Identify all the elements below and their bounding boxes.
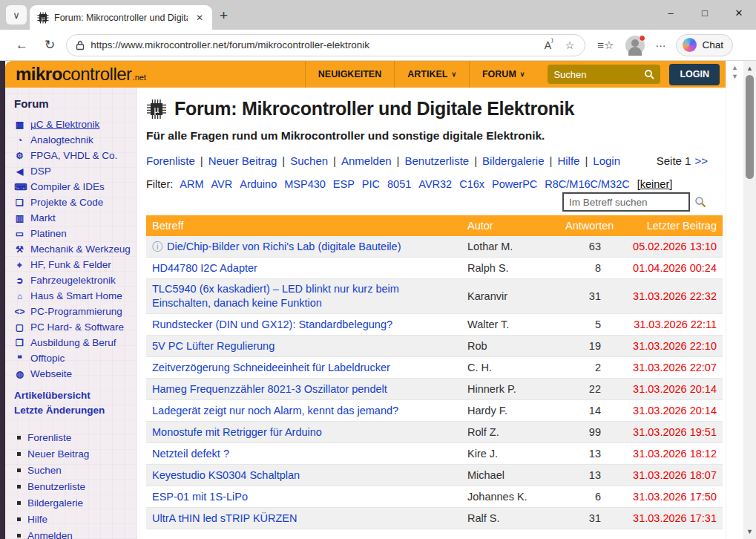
- new-tab-button[interactable]: +: [220, 7, 228, 24]
- topic-link[interactable]: ESP-01 mit 1S-LiPo: [152, 490, 248, 504]
- sidebar-item-link[interactable]: Offtopic: [30, 353, 65, 364]
- scroll-up-icon[interactable]: ▲: [726, 64, 743, 71]
- sidebar-bottom-link[interactable]: Benutzerliste: [27, 481, 85, 492]
- forum-nav-link[interactable]: Neuer Beitrag: [208, 154, 277, 167]
- tab-search-button[interactable]: ∨: [6, 5, 27, 24]
- topic-link[interactable]: Ladegerät zeigt nur noch Alarm, kennt da…: [152, 404, 398, 418]
- topic-link[interactable]: Monostufe mit Retrigger für Arduino: [152, 425, 322, 440]
- forum-nav-link[interactable]: Bildergalerie: [482, 154, 544, 167]
- minimize-icon[interactable]: –: [654, 0, 688, 25]
- site-logo[interactable]: mikro controller .net: [16, 64, 146, 85]
- forum-nav-link[interactable]: Hilfe: [557, 154, 579, 167]
- more-options-icon[interactable]: ···: [652, 39, 668, 51]
- close-icon[interactable]: ✕: [722, 0, 756, 25]
- collections-icon[interactable]: ≡☆: [593, 39, 618, 52]
- topic-link[interactable]: TLC5940 (6x kaskadiert) – LED blinkt nur…: [152, 282, 460, 310]
- scroll-up-icon[interactable]: ▲: [743, 65, 756, 72]
- scroll-down-icon[interactable]: ▼: [743, 528, 756, 535]
- sidebar-article-link[interactable]: Letzte Änderungen: [14, 405, 133, 416]
- sidebar-item-link[interactable]: Projekte & Code: [30, 197, 103, 208]
- copilot-chat-button[interactable]: Chat: [676, 34, 733, 56]
- topic-link[interactable]: Zeitverzögerung Schneideeinheit für Labe…: [152, 361, 390, 375]
- topic-link[interactable]: UltrA tHIN led sTRIP KÜRZEN: [152, 512, 298, 526]
- read-aloud-icon[interactable]: A): [542, 39, 556, 51]
- sidebar-bottom-link[interactable]: Neuer Beitrag: [27, 448, 89, 460]
- topic-search-input[interactable]: [562, 192, 690, 212]
- sidebar-item-icon: ⚙: [14, 151, 25, 161]
- site-nav-item[interactable]: NEUIGKEITEN: [305, 61, 394, 88]
- sidebar-item-link[interactable]: Markt: [30, 212, 56, 223]
- topic-link[interactable]: HD44780 I2C Adapter: [152, 261, 257, 275]
- sidebar-item-link[interactable]: HF, Funk & Felder: [30, 259, 111, 270]
- sidebar-bottom-link[interactable]: Suchen: [27, 465, 62, 476]
- scroll-down-icon[interactable]: ▼: [726, 73, 743, 80]
- sidebar-item-link[interactable]: Mechanik & Werkzeug: [30, 244, 131, 255]
- filter-link[interactable]: ARM: [180, 178, 203, 190]
- sidebar-bottom-link[interactable]: Anmelden: [27, 530, 73, 539]
- filter-link[interactable]: PIC: [362, 178, 380, 190]
- back-icon[interactable]: ←: [7, 38, 36, 53]
- forum-nav-item: Benutzerliste: [404, 154, 482, 167]
- search-icon[interactable]: [694, 196, 706, 208]
- sidebar-item-link[interactable]: Platinen: [30, 228, 67, 239]
- page-viewport: mikro controller .net NEUIGKEITEN ARTIKE…: [0, 61, 756, 539]
- topic-link[interactable]: Netzteil defekt ?: [152, 447, 229, 461]
- maximize-icon[interactable]: □: [688, 0, 722, 25]
- sidebar-item-link[interactable]: µC & Elektronik: [30, 119, 99, 130]
- forum-nav-link[interactable]: Forenliste: [146, 154, 195, 167]
- reload-icon[interactable]: ↻: [36, 37, 63, 53]
- filter-link[interactable]: R8C/M16C/M32C: [545, 178, 629, 190]
- tab-close-icon[interactable]: ✕: [193, 11, 206, 24]
- sidebar-item-link[interactable]: FPGA, VHDL & Co.: [30, 150, 117, 161]
- sidebar-item-icon: ◀: [14, 166, 25, 177]
- scrollbar-thumb[interactable]: [746, 75, 754, 179]
- header-search-input[interactable]: [553, 69, 644, 80]
- sidebar-item-link[interactable]: DSP: [30, 166, 51, 177]
- filter-link[interactable]: 8051: [387, 178, 411, 190]
- sidebar-item: ❝ Offtopic: [14, 353, 133, 364]
- topic-link[interactable]: Rundstecker (DIN und GX12): Standardbele…: [152, 318, 392, 332]
- filter-none-link[interactable]: [keiner]: [637, 178, 673, 190]
- site-nav-item[interactable]: ARTIKEL ∨: [394, 61, 469, 88]
- next-page-link[interactable]: >>: [694, 154, 708, 167]
- address-bar[interactable]: https://www.mikrocontroller.net/forum/mi…: [66, 34, 585, 56]
- topic-link[interactable]: Keyestudio KS0304 Schaltplan: [152, 468, 300, 483]
- profile-avatar[interactable]: [625, 36, 645, 55]
- forum-nav-link[interactable]: Suchen: [290, 154, 328, 167]
- filter-link[interactable]: Arduino: [240, 178, 277, 190]
- forum-nav-link[interactable]: Login: [593, 154, 620, 167]
- page-scrollbar[interactable]: ▲ ▼: [743, 61, 756, 539]
- sidebar-item-link[interactable]: Compiler & IDEs: [30, 181, 105, 192]
- inner-scrollbar[interactable]: ▲ ▼: [726, 61, 743, 539]
- sidebar-bottom-link[interactable]: Hilfe: [27, 514, 47, 525]
- sidebar-item-link[interactable]: Haus & Smart Home: [30, 290, 122, 301]
- site-nav-item[interactable]: FORUM ∨: [469, 61, 537, 88]
- sidebar-item-link[interactable]: Webseite: [30, 368, 72, 379]
- forum-nav-link[interactable]: Anmelden: [341, 154, 392, 167]
- topic-link[interactable]: Die/Chip-Bilder von Richi's Lab (digital…: [167, 240, 401, 254]
- browser-tab[interactable]: µ Forum: Mikrocontroller und Digita ✕: [30, 5, 212, 30]
- filter-link[interactable]: AVR: [211, 178, 232, 190]
- search-icon[interactable]: [644, 69, 654, 79]
- forum-nav-link[interactable]: Benutzerliste: [404, 154, 469, 167]
- table-row: Ladegerät zeigt nur noch Alarm, kennt da…: [146, 400, 723, 422]
- sidebar-item-link[interactable]: Analogtechnik: [30, 134, 93, 146]
- sidebar-bottom-item: Bildergalerie: [14, 497, 133, 509]
- sidebar-item-link[interactable]: PC-Programmierung: [30, 306, 122, 317]
- sidebar-bottom-link[interactable]: Bildergalerie: [27, 497, 83, 509]
- sidebar-item-link[interactable]: Ausbildung & Beruf: [30, 337, 116, 348]
- filter-link[interactable]: MSP430: [284, 178, 326, 190]
- topic-link[interactable]: 5V PC Lüfter Regulierung: [152, 339, 275, 353]
- sidebar-item-link[interactable]: Fahrzeugelektronik: [30, 275, 116, 286]
- filter-link[interactable]: ESP: [333, 178, 355, 190]
- filter-link[interactable]: C16x: [459, 178, 484, 190]
- favorite-star-icon[interactable]: ☆: [562, 39, 578, 51]
- sidebar-article-link[interactable]: Artikelübersicht: [14, 390, 133, 401]
- filter-link[interactable]: AVR32: [418, 178, 452, 190]
- sidebar-item-link[interactable]: PC Hard- & Software: [30, 321, 124, 333]
- filter-link[interactable]: PowerPC: [492, 178, 537, 190]
- topic-link[interactable]: Hameg Frequenzzähler 8021-3 Oszillator p…: [152, 382, 387, 396]
- header-search-box[interactable]: [548, 65, 660, 84]
- sidebar-bottom-link[interactable]: Forenliste: [27, 432, 71, 443]
- login-button[interactable]: LOGIN: [669, 64, 720, 85]
